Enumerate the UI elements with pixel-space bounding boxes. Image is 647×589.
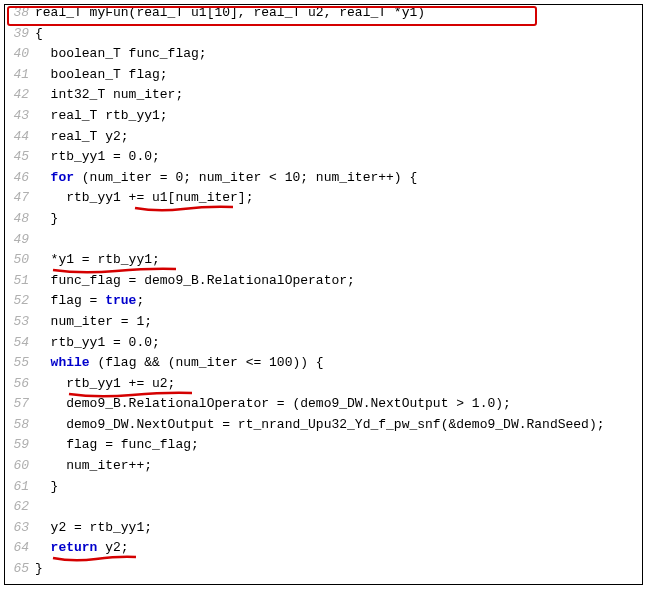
line-number: 48 (5, 211, 35, 226)
line-number: 60 (5, 458, 35, 473)
line-number: 38 (5, 5, 35, 20)
code-frame: 38 real_T myFun(real_T u1[10], real_T u2… (4, 4, 643, 585)
code-line: 45 rtb_yy1 = 0.0; (5, 149, 642, 170)
code-text: return y2; (35, 540, 129, 555)
code-text: real_T myFun(real_T u1[10], real_T u2, r… (35, 5, 425, 20)
code-line: 57 demo9_B.RelationalOperator = (demo9_D… (5, 396, 642, 417)
code-text: rtb_yy1 = 0.0; (35, 149, 160, 164)
code-text: num_iter++; (35, 458, 152, 473)
code-line: 63 y2 = rtb_yy1; (5, 520, 642, 541)
keyword-return: return (51, 540, 98, 555)
code-line: 42 int32_T num_iter; (5, 87, 642, 108)
code-text: } (35, 479, 58, 494)
code-line: 38 real_T myFun(real_T u1[10], real_T u2… (5, 5, 642, 26)
code-line: 61 } (5, 479, 642, 500)
keyword-true: true (105, 293, 136, 308)
code-text: rtb_yy1 += u2; (35, 376, 175, 391)
line-number: 54 (5, 335, 35, 350)
code-line: 56 rtb_yy1 += u2; (5, 376, 642, 397)
code-text: y2 = rtb_yy1; (35, 520, 152, 535)
code-text: flag = true; (35, 293, 144, 308)
code-text: { (35, 26, 43, 41)
code-line: 59 flag = func_flag; (5, 437, 642, 458)
line-number: 57 (5, 396, 35, 411)
line-number: 40 (5, 46, 35, 61)
code-text: flag = func_flag; (35, 437, 199, 452)
code-text: } (35, 211, 58, 226)
line-number: 49 (5, 232, 35, 247)
keyword-while: while (51, 355, 90, 370)
code-text: real_T y2; (35, 129, 129, 144)
code-line: 53 num_iter = 1; (5, 314, 642, 335)
line-number: 42 (5, 87, 35, 102)
line-number: 52 (5, 293, 35, 308)
code-text: *y1 = rtb_yy1; (35, 252, 160, 267)
code-line: 44 real_T y2; (5, 129, 642, 150)
line-number: 44 (5, 129, 35, 144)
code-line: 60 num_iter++; (5, 458, 642, 479)
code-line: 55 while (flag && (num_iter <= 100)) { (5, 355, 642, 376)
code-text: real_T rtb_yy1; (35, 108, 168, 123)
code-line: 51 func_flag = demo9_B.RelationalOperato… (5, 273, 642, 294)
line-number: 58 (5, 417, 35, 432)
code-line: 47 rtb_yy1 += u1[num_iter]; (5, 190, 642, 211)
line-number: 59 (5, 437, 35, 452)
code-line: 41 boolean_T flag; (5, 67, 642, 88)
code-line: 46 for (num_iter = 0; num_iter < 10; num… (5, 170, 642, 191)
code-line: 39 { (5, 26, 642, 47)
line-number: 41 (5, 67, 35, 82)
code-text: func_flag = demo9_B.RelationalOperator; (35, 273, 355, 288)
code-text: num_iter = 1; (35, 314, 152, 329)
code-line: 65 } (5, 561, 642, 582)
line-number: 64 (5, 540, 35, 555)
keyword-for: for (51, 170, 74, 185)
code-line: 48 } (5, 211, 642, 232)
code-text: for (num_iter = 0; num_iter < 10; num_it… (35, 170, 417, 185)
line-number: 51 (5, 273, 35, 288)
code-text: int32_T num_iter; (35, 87, 183, 102)
line-number: 47 (5, 190, 35, 205)
line-number: 45 (5, 149, 35, 164)
code-text: demo9_B.RelationalOperator = (demo9_DW.N… (35, 396, 511, 411)
code-line: 62 (5, 499, 642, 520)
code-text: rtb_yy1 += u1[num_iter]; (35, 190, 253, 205)
code-text: } (35, 561, 43, 576)
line-number: 50 (5, 252, 35, 267)
line-number: 39 (5, 26, 35, 41)
code-line: 54 rtb_yy1 = 0.0; (5, 335, 642, 356)
code-line: 52 flag = true; (5, 293, 642, 314)
line-number: 65 (5, 561, 35, 576)
code-line: 40 boolean_T func_flag; (5, 46, 642, 67)
line-number: 61 (5, 479, 35, 494)
code-text: boolean_T func_flag; (35, 46, 207, 61)
line-number: 43 (5, 108, 35, 123)
code-line: 58 demo9_DW.NextOutput = rt_nrand_Upu32_… (5, 417, 642, 438)
line-number: 46 (5, 170, 35, 185)
code-text: demo9_DW.NextOutput = rt_nrand_Upu32_Yd_… (35, 417, 605, 432)
line-number: 63 (5, 520, 35, 535)
code-line: 64 return y2; (5, 540, 642, 561)
code-line: 43 real_T rtb_yy1; (5, 108, 642, 129)
line-number: 53 (5, 314, 35, 329)
code-text: while (flag && (num_iter <= 100)) { (35, 355, 324, 370)
line-number: 55 (5, 355, 35, 370)
line-number: 56 (5, 376, 35, 391)
code-text: rtb_yy1 = 0.0; (35, 335, 160, 350)
code-line: 49 (5, 232, 642, 253)
code-text: boolean_T flag; (35, 67, 168, 82)
line-number: 62 (5, 499, 35, 514)
code-line: 50 *y1 = rtb_yy1; (5, 252, 642, 273)
